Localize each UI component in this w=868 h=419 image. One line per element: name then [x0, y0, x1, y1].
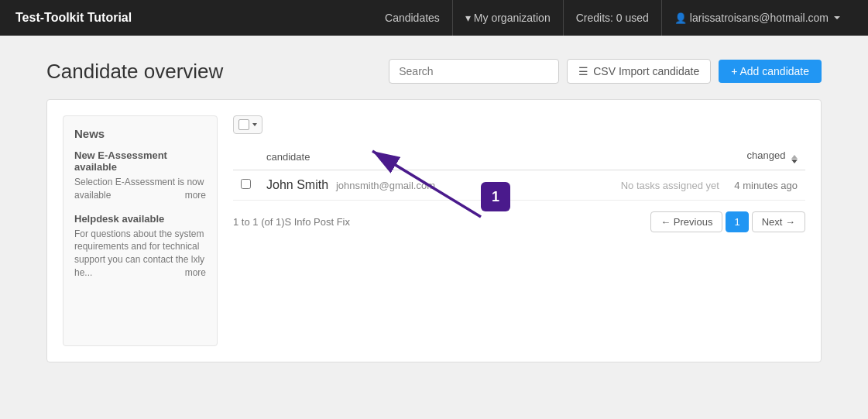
news-item-2: Helpdesk available For questions about t… — [74, 213, 206, 280]
news-item-1-title: New E-Assessment available — [74, 149, 206, 173]
nav-user[interactable]: larissatroisans@hotmail.com — [662, 12, 853, 24]
news-title: News — [74, 127, 206, 140]
select-all-dropdown[interactable] — [233, 115, 262, 134]
pagination-info: 1 to 1 (of 1)S Info Post Fix — [233, 216, 350, 228]
add-candidate-button[interactable]: + Add candidate — [719, 60, 822, 83]
navbar: Test-Toolkit Tutorial Candidates ▾ My or… — [0, 0, 868, 36]
pagination-row: 1 to 1 (of 1)S Info Post Fix ← Previous … — [233, 211, 805, 232]
nav-candidates[interactable]: Candidates — [372, 0, 452, 36]
candidate-email: johnsmith@gmail.com — [336, 180, 435, 191]
sort-icon — [791, 155, 798, 163]
news-item-1-more[interactable]: more — [185, 189, 206, 202]
news-item-2-more[interactable]: more — [185, 266, 206, 280]
col-header-candidate: candidate — [259, 143, 527, 170]
nav-my-org-caret: ▾ — [465, 12, 471, 24]
list-icon: ☰ — [578, 65, 588, 77]
page-1-button[interactable]: 1 — [726, 211, 748, 232]
nav-user-caret-icon — [834, 16, 840, 19]
page-header: Candidate overview ☰ CSV Import candidat… — [46, 59, 822, 84]
news-item-1-body: Selection E-Assessment is now available … — [74, 176, 206, 202]
next-button[interactable]: Next → — [752, 211, 805, 232]
col-header-changed[interactable]: changed — [527, 143, 805, 170]
nav-credits: Credits: 0 used — [564, 12, 661, 24]
row-changed-cell: No tasks assigned yet 4 minutes ago — [527, 170, 805, 201]
candidate-name: John Smith — [266, 178, 328, 191]
toolbar — [233, 115, 805, 134]
candidate-table-body: John Smith johnsmith@gmail.com No tasks … — [233, 170, 805, 201]
row-checkbox-cell — [233, 170, 259, 201]
prev-button[interactable]: ← Previous — [650, 211, 722, 232]
sort-down-icon — [791, 160, 798, 163]
select-all-checkbox[interactable] — [238, 119, 249, 130]
main-content: Candidate overview ☰ CSV Import candidat… — [0, 36, 868, 386]
col-header-check — [233, 143, 259, 170]
header-actions: ☰ CSV Import candidate + Add candidate — [389, 59, 822, 84]
main-panel: News New E-Assessment available Selectio… — [46, 99, 822, 362]
news-item-1: New E-Assessment available Selection E-A… — [74, 149, 206, 202]
page-title: Candidate overview — [46, 60, 389, 84]
brand: Test-Toolkit Tutorial — [15, 11, 372, 25]
candidate-area: candidate changed — [233, 115, 805, 346]
changed-time: 4 minutes ago — [734, 180, 798, 191]
sort-up-icon — [791, 155, 798, 159]
nav-links: Candidates ▾ My organization Credits: 0 … — [372, 0, 853, 36]
nav-user-email: larissatroisans@hotmail.com — [690, 12, 829, 24]
nav-my-org[interactable]: ▾ My organization — [453, 0, 563, 36]
news-item-2-title: Helpdesk available — [74, 213, 206, 225]
dropdown-caret-icon — [252, 123, 257, 126]
no-tasks-label: No tasks assigned yet — [621, 180, 719, 191]
candidate-table: candidate changed — [233, 143, 805, 201]
search-input[interactable] — [389, 59, 559, 84]
row-checkbox[interactable] — [241, 179, 251, 189]
annotation-badge: 1 — [481, 182, 510, 211]
news-item-2-body: For questions about the system requireme… — [74, 228, 206, 280]
news-sidebar: News New E-Assessment available Selectio… — [63, 115, 218, 346]
annotation-container: candidate changed — [233, 143, 805, 201]
table-row: John Smith johnsmith@gmail.com No tasks … — [233, 170, 805, 201]
pagination-controls: ← Previous 1 Next → — [650, 211, 805, 232]
csv-import-button[interactable]: ☰ CSV Import candidate — [567, 59, 711, 84]
